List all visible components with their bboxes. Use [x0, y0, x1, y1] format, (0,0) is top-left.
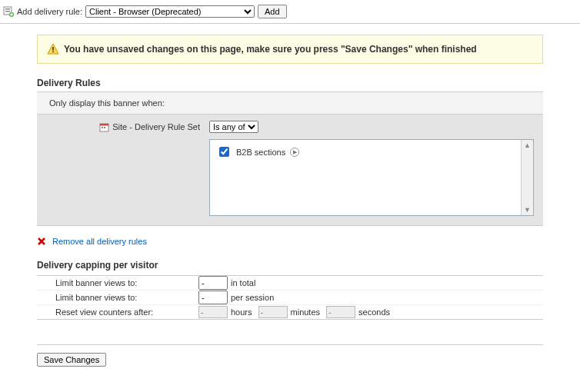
add-rule-label: Add delivery rule: — [17, 7, 82, 16]
warning-icon — [47, 43, 59, 55]
delivery-rules-title: Delivery Rules — [37, 78, 543, 88]
calendar-icon — [99, 122, 109, 132]
remove-all-link[interactable]: Remove all delivery rules — [52, 237, 147, 246]
cap-suffix: hours — [231, 307, 252, 317]
list-item: B2B sections ▶ — [210, 140, 533, 164]
unsaved-warning: You have unsaved changes on this page, m… — [37, 35, 543, 64]
svg-rect-7 — [52, 47, 54, 51]
cap-row-total: Limit banner views to: in total — [37, 276, 543, 291]
add-rule-icon — [3, 6, 14, 17]
svg-rect-2 — [5, 11, 10, 12]
warning-text: You have unsaved changes on this page, m… — [64, 44, 477, 55]
cap-label: Limit banner views to: — [37, 276, 198, 290]
svg-rect-11 — [102, 127, 103, 128]
rule-options-list: B2B sections ▶ ▲ ▼ — [209, 139, 534, 216]
option-label: B2B sections — [236, 148, 285, 157]
remove-icon — [37, 237, 46, 246]
svg-rect-5 — [10, 14, 13, 15]
cap-suffix: seconds — [358, 307, 390, 317]
scroll-down-icon: ▼ — [524, 204, 531, 215]
banner-views-session-input[interactable] — [198, 291, 228, 304]
svg-rect-12 — [104, 127, 105, 128]
rules-condition-header: Only display this banner when: — [37, 92, 543, 115]
reset-seconds-input — [326, 306, 355, 318]
option-checkbox[interactable] — [219, 147, 229, 157]
cap-label: Limit banner views to: — [37, 291, 198, 304]
operator-select[interactable]: Is any of — [209, 121, 258, 133]
reset-minutes-input — [258, 306, 288, 318]
rule-label: Site - Delivery Rule Set — [112, 122, 200, 131]
banner-views-total-input[interactable] — [198, 276, 228, 290]
svg-rect-1 — [5, 8, 10, 10]
svg-rect-10 — [100, 124, 108, 126]
remove-row: Remove all delivery rules — [37, 226, 543, 252]
cap-row-reset: Reset view counters after: hours minutes… — [37, 305, 543, 320]
add-rule-toolbar: Add delivery rule: Client - Browser (Dep… — [0, 0, 580, 24]
capping-title: Delivery capping per visitor — [37, 260, 543, 271]
cap-suffix: per session — [231, 293, 274, 302]
rule-type-select[interactable]: Client - Browser (Deprecated) — [85, 5, 255, 18]
capping-table: Limit banner views to: in total Limit ba… — [37, 275, 543, 320]
cap-row-session: Limit banner views to: per session — [37, 291, 543, 305]
scroll-up-icon: ▲ — [524, 140, 531, 151]
save-changes-button[interactable]: Save Changes — [37, 353, 106, 367]
play-icon[interactable]: ▶ — [290, 148, 299, 157]
cap-suffix: in total — [231, 278, 255, 287]
delivery-rules-box: Only display this banner when: Site - De… — [37, 91, 543, 226]
add-button[interactable]: Add — [258, 5, 287, 18]
cap-label: Reset view counters after: — [37, 305, 198, 319]
svg-rect-8 — [52, 51, 54, 53]
rule-row: Site - Delivery Rule Set Is any of B2B s… — [37, 115, 543, 225]
scrollbar[interactable]: ▲ ▼ — [521, 140, 533, 215]
reset-hours-input — [198, 306, 228, 318]
save-row: Save Changes — [37, 344, 543, 367]
cap-suffix: minutes — [291, 307, 321, 317]
